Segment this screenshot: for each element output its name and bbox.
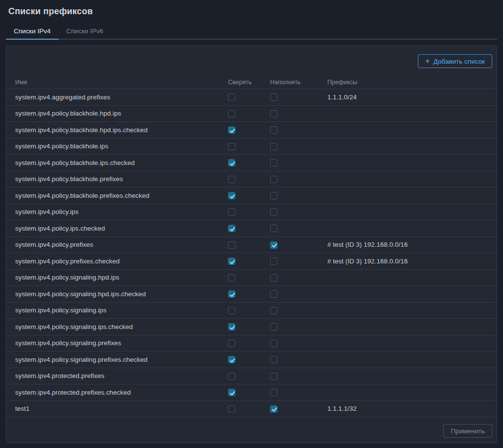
apply-button[interactable]: Применить [443, 424, 492, 438]
fill-checkbox[interactable] [270, 307, 277, 314]
table-row: system.ipv4.policy.blackhole.prefixes.ch… [6, 187, 497, 204]
verify-cell [228, 175, 270, 183]
fill-checkbox[interactable] [270, 176, 277, 183]
fill-checkbox[interactable] [270, 241, 277, 249]
row-name: system.ipv4.policy.blackhole.prefixes [15, 175, 228, 183]
verify-checkbox[interactable] [228, 373, 235, 380]
verify-checkbox[interactable] [228, 290, 235, 298]
verify-checkbox[interactable] [228, 356, 235, 363]
verify-checkbox[interactable] [228, 274, 235, 282]
fill-checkbox[interactable] [270, 126, 277, 134]
column-header-prefixes: Префиксы [327, 79, 497, 86]
row-name: system.ipv4.policy.prefixes.checked [15, 258, 228, 265]
row-name: system.ipv4.policy.blackhole.ips [15, 142, 228, 150]
fill-checkbox[interactable] [270, 389, 277, 396]
verify-checkbox[interactable] [228, 389, 235, 396]
fill-cell [270, 159, 327, 166]
table-row: system.ipv4.policy.blackhole.hpd.ips.che… [6, 121, 497, 138]
fill-checkbox[interactable] [270, 143, 277, 150]
fill-cell [270, 372, 327, 380]
fill-cell [270, 191, 327, 199]
table-row: system.ipv4.protected.prefixes.checked [6, 384, 497, 401]
verify-checkbox[interactable] [228, 94, 235, 101]
prefix-lists-panel: + Добавить список Имя Сверять Наполнять … [6, 46, 497, 443]
verify-checkbox[interactable] [228, 209, 235, 216]
fill-cell [270, 388, 327, 396]
table-row: test1 1.1.1.1/32 [6, 401, 497, 417]
verify-cell [228, 372, 270, 380]
fill-checkbox[interactable] [270, 373, 277, 380]
fill-cell [270, 355, 327, 363]
fill-cell [270, 339, 327, 347]
table-row: system.ipv4.policy.prefixes # test (ID 3… [6, 236, 497, 253]
fill-checkbox[interactable] [270, 258, 277, 265]
add-list-button[interactable]: + Добавить список [418, 54, 492, 68]
table-row: system.ipv4.protected.prefixes [6, 368, 497, 384]
plus-icon: + [425, 57, 430, 65]
fill-checkbox[interactable] [270, 274, 277, 282]
row-name: system.ipv4.protected.prefixes.checked [15, 389, 228, 396]
verify-cell [228, 388, 270, 396]
row-name: system.ipv4.aggregated.prefixes [15, 94, 228, 101]
fill-checkbox[interactable] [270, 159, 277, 166]
fill-checkbox[interactable] [270, 405, 277, 413]
add-list-button-label: Добавить список [434, 58, 485, 65]
tab-ipv6-lists[interactable]: Списки IPv6 [59, 24, 112, 40]
fill-checkbox[interactable] [270, 192, 277, 199]
row-name: system.ipv4.policy.blackhole.hpd.ips [15, 110, 228, 117]
verify-checkbox[interactable] [228, 126, 235, 134]
verify-cell [228, 142, 270, 150]
fill-checkbox[interactable] [270, 290, 277, 298]
table-row: system.ipv4.policy.blackhole.prefixes [6, 171, 497, 188]
verify-cell [228, 257, 270, 265]
fill-checkbox[interactable] [270, 323, 277, 330]
verify-cell [228, 405, 270, 413]
row-name: system.ipv4.policy.signaling.prefixes [15, 339, 228, 347]
verify-checkbox[interactable] [228, 241, 235, 249]
verify-checkbox[interactable] [228, 258, 235, 265]
page-title: Списки префиксов [8, 6, 503, 17]
fill-checkbox[interactable] [270, 356, 277, 363]
table-row: system.ipv4.policy.ips.checked [6, 220, 497, 236]
verify-cell [228, 290, 270, 298]
column-header-verify: Сверять [228, 79, 270, 86]
verify-checkbox[interactable] [228, 307, 235, 314]
verify-checkbox[interactable] [228, 192, 235, 199]
verify-checkbox[interactable] [228, 159, 235, 166]
tab-ipv4-lists[interactable]: Списки IPv4 [6, 24, 59, 40]
row-name: system.ipv4.protected.prefixes [15, 372, 228, 379]
fill-cell [270, 274, 327, 282]
row-name: system.ipv4.policy.ips.checked [15, 225, 228, 232]
fill-cell [270, 307, 327, 314]
verify-checkbox[interactable] [228, 323, 235, 330]
row-name: system.ipv4.policy.blackhole.ips.checked [15, 159, 228, 166]
verify-checkbox[interactable] [228, 405, 235, 413]
row-name: system.ipv4.policy.signaling.hpd.ips [15, 274, 228, 281]
verify-checkbox[interactable] [228, 143, 235, 150]
verify-checkbox[interactable] [228, 176, 235, 183]
fill-cell [270, 290, 327, 298]
fill-cell [270, 257, 327, 265]
fill-checkbox[interactable] [270, 340, 277, 347]
fill-cell [270, 126, 327, 134]
verify-checkbox[interactable] [228, 110, 235, 118]
verify-checkbox[interactable] [228, 225, 235, 232]
verify-cell [228, 110, 270, 118]
table-header: Имя Сверять Наполнять Префиксы [6, 75, 497, 89]
fill-checkbox[interactable] [270, 110, 277, 118]
fill-cell [270, 241, 327, 249]
row-name: system.ipv4.policy.blackhole.hpd.ips.che… [15, 126, 228, 134]
row-prefixes: 1.1.1.1/32 [327, 405, 497, 412]
fill-checkbox[interactable] [270, 225, 277, 232]
panel-toolbar: + Добавить список [6, 46, 497, 75]
fill-checkbox[interactable] [270, 94, 277, 101]
row-name: system.ipv4.policy.signaling.ips [15, 307, 228, 314]
verify-cell [228, 224, 270, 232]
verify-cell [228, 274, 270, 282]
row-name: system.ipv4.policy.prefixes [15, 241, 228, 248]
fill-cell [270, 142, 327, 150]
row-name: system.ipv4.policy.ips [15, 208, 228, 215]
fill-checkbox[interactable] [270, 209, 277, 216]
verify-cell [228, 208, 270, 216]
verify-checkbox[interactable] [228, 340, 235, 347]
